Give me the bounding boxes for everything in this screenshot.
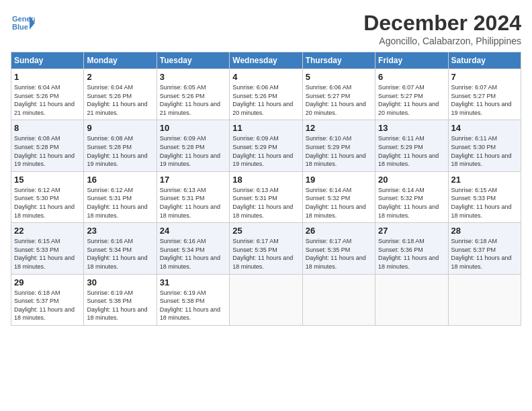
day-cell: 7 Sunrise: 6:07 AMSunset: 5:27 PMDayligh… — [448, 69, 521, 120]
day-number: 5 — [306, 72, 372, 82]
empty-cell — [448, 274, 521, 325]
calendar-row: 8 Sunrise: 6:08 AMSunset: 5:28 PMDayligh… — [11, 120, 521, 171]
day-cell: 1 Sunrise: 6:04 AMSunset: 5:26 PMDayligh… — [11, 69, 84, 120]
day-number: 11 — [232, 123, 299, 133]
calendar-row: 15 Sunrise: 6:12 AMSunset: 5:30 PMDaylig… — [11, 171, 521, 222]
day-info: Sunrise: 6:18 AMSunset: 5:37 PMDaylight:… — [451, 238, 512, 270]
day-number: 6 — [378, 72, 445, 82]
day-cell: 2 Sunrise: 6:04 AMSunset: 5:26 PMDayligh… — [84, 69, 157, 120]
day-cell: 15 Sunrise: 6:12 AMSunset: 5:30 PMDaylig… — [11, 171, 84, 222]
day-cell: 16 Sunrise: 6:12 AMSunset: 5:31 PMDaylig… — [84, 171, 157, 222]
empty-cell — [375, 274, 448, 325]
day-cell: 9 Sunrise: 6:08 AMSunset: 5:28 PMDayligh… — [84, 120, 157, 171]
day-number: 31 — [160, 277, 226, 287]
day-number: 19 — [306, 175, 372, 185]
day-number: 29 — [14, 277, 81, 287]
day-info: Sunrise: 6:15 AMSunset: 5:33 PMDaylight:… — [14, 238, 75, 270]
day-cell: 4 Sunrise: 6:06 AMSunset: 5:26 PMDayligh… — [230, 69, 302, 120]
logo: General Blue — [11, 11, 35, 35]
header-sunday: Sunday — [11, 52, 84, 69]
day-cell: 3 Sunrise: 6:05 AMSunset: 5:26 PMDayligh… — [157, 69, 229, 120]
day-info: Sunrise: 6:09 AMSunset: 5:28 PMDaylight:… — [160, 135, 220, 167]
day-number: 25 — [232, 226, 299, 236]
day-cell: 13 Sunrise: 6:11 AMSunset: 5:29 PMDaylig… — [375, 120, 448, 171]
day-cell: 22 Sunrise: 6:15 AMSunset: 5:33 PMDaylig… — [11, 223, 84, 274]
svg-text:Blue: Blue — [12, 23, 28, 31]
day-number: 13 — [378, 123, 445, 133]
day-cell: 20 Sunrise: 6:14 AMSunset: 5:32 PMDaylig… — [375, 171, 448, 222]
day-header-row: Sunday Monday Tuesday Wednesday Thursday… — [11, 52, 521, 69]
header-monday: Monday — [84, 52, 157, 69]
day-info: Sunrise: 6:04 AMSunset: 5:26 PMDaylight:… — [14, 84, 75, 116]
day-number: 20 — [378, 175, 445, 185]
day-number: 17 — [160, 175, 226, 185]
day-number: 28 — [451, 226, 518, 236]
day-info: Sunrise: 6:12 AMSunset: 5:30 PMDaylight:… — [14, 187, 75, 219]
day-info: Sunrise: 6:18 AMSunset: 5:36 PMDaylight:… — [378, 238, 439, 270]
day-info: Sunrise: 6:04 AMSunset: 5:26 PMDaylight:… — [87, 84, 147, 116]
empty-cell — [230, 274, 302, 325]
day-info: Sunrise: 6:13 AMSunset: 5:31 PMDaylight:… — [160, 187, 220, 219]
day-number: 30 — [87, 277, 153, 287]
month-title: December 2024 — [363, 11, 521, 36]
header-thursday: Thursday — [302, 52, 375, 69]
day-cell: 23 Sunrise: 6:16 AMSunset: 5:34 PMDaylig… — [84, 223, 157, 274]
day-number: 26 — [306, 226, 372, 236]
day-number: 21 — [451, 175, 518, 185]
day-info: Sunrise: 6:14 AMSunset: 5:32 PMDaylight:… — [378, 187, 439, 219]
day-info: Sunrise: 6:08 AMSunset: 5:28 PMDaylight:… — [87, 135, 147, 167]
day-cell: 12 Sunrise: 6:10 AMSunset: 5:29 PMDaylig… — [302, 120, 375, 171]
header-tuesday: Tuesday — [157, 52, 229, 69]
day-cell: 26 Sunrise: 6:17 AMSunset: 5:35 PMDaylig… — [302, 223, 375, 274]
day-number: 23 — [87, 226, 153, 236]
header-wednesday: Wednesday — [230, 52, 302, 69]
day-info: Sunrise: 6:16 AMSunset: 5:34 PMDaylight:… — [160, 238, 220, 270]
day-info: Sunrise: 6:13 AMSunset: 5:31 PMDaylight:… — [232, 187, 293, 219]
day-info: Sunrise: 6:05 AMSunset: 5:26 PMDaylight:… — [160, 84, 220, 116]
day-number: 2 — [87, 72, 153, 82]
day-number: 22 — [14, 226, 81, 236]
calendar-table: Sunday Monday Tuesday Wednesday Thursday… — [11, 52, 521, 326]
day-number: 9 — [87, 123, 153, 133]
day-cell: 24 Sunrise: 6:16 AMSunset: 5:34 PMDaylig… — [157, 223, 229, 274]
day-cell: 28 Sunrise: 6:18 AMSunset: 5:37 PMDaylig… — [448, 223, 521, 274]
day-cell: 29 Sunrise: 6:18 AMSunset: 5:37 PMDaylig… — [11, 274, 84, 325]
header: General Blue December 2024 Agoncillo, Ca… — [11, 11, 521, 46]
day-info: Sunrise: 6:12 AMSunset: 5:31 PMDaylight:… — [87, 187, 147, 219]
calendar-row: 22 Sunrise: 6:15 AMSunset: 5:33 PMDaylig… — [11, 223, 521, 274]
day-cell: 10 Sunrise: 6:09 AMSunset: 5:28 PMDaylig… — [157, 120, 229, 171]
day-cell: 17 Sunrise: 6:13 AMSunset: 5:31 PMDaylig… — [157, 171, 229, 222]
day-cell: 30 Sunrise: 6:19 AMSunset: 5:38 PMDaylig… — [84, 274, 157, 325]
day-info: Sunrise: 6:18 AMSunset: 5:37 PMDaylight:… — [14, 289, 75, 322]
logo-icon: General Blue — [11, 11, 35, 35]
day-info: Sunrise: 6:15 AMSunset: 5:33 PMDaylight:… — [451, 187, 512, 219]
day-info: Sunrise: 6:08 AMSunset: 5:28 PMDaylight:… — [14, 135, 75, 167]
day-cell: 14 Sunrise: 6:11 AMSunset: 5:30 PMDaylig… — [448, 120, 521, 171]
day-info: Sunrise: 6:11 AMSunset: 5:30 PMDaylight:… — [451, 135, 512, 167]
day-cell: 11 Sunrise: 6:09 AMSunset: 5:29 PMDaylig… — [230, 120, 302, 171]
day-number: 7 — [451, 72, 518, 82]
day-number: 8 — [14, 123, 81, 133]
calendar-row: 1 Sunrise: 6:04 AMSunset: 5:26 PMDayligh… — [11, 69, 521, 120]
header-saturday: Saturday — [448, 52, 521, 69]
day-cell: 25 Sunrise: 6:17 AMSunset: 5:35 PMDaylig… — [230, 223, 302, 274]
day-number: 16 — [87, 175, 153, 185]
day-info: Sunrise: 6:14 AMSunset: 5:32 PMDaylight:… — [306, 187, 366, 219]
day-cell: 5 Sunrise: 6:06 AMSunset: 5:27 PMDayligh… — [302, 69, 375, 120]
day-number: 15 — [14, 175, 81, 185]
header-friday: Friday — [375, 52, 448, 69]
day-info: Sunrise: 6:07 AMSunset: 5:27 PMDaylight:… — [451, 84, 512, 116]
day-number: 24 — [160, 226, 226, 236]
day-cell: 21 Sunrise: 6:15 AMSunset: 5:33 PMDaylig… — [448, 171, 521, 222]
day-info: Sunrise: 6:17 AMSunset: 5:35 PMDaylight:… — [306, 238, 366, 270]
empty-cell — [302, 274, 375, 325]
day-number: 27 — [378, 226, 445, 236]
day-info: Sunrise: 6:06 AMSunset: 5:27 PMDaylight:… — [306, 84, 366, 116]
day-number: 12 — [306, 123, 372, 133]
day-number: 3 — [160, 72, 226, 82]
day-cell: 27 Sunrise: 6:18 AMSunset: 5:36 PMDaylig… — [375, 223, 448, 274]
day-info: Sunrise: 6:09 AMSunset: 5:29 PMDaylight:… — [232, 135, 293, 167]
day-info: Sunrise: 6:06 AMSunset: 5:26 PMDaylight:… — [232, 84, 293, 116]
day-cell: 18 Sunrise: 6:13 AMSunset: 5:31 PMDaylig… — [230, 171, 302, 222]
day-info: Sunrise: 6:17 AMSunset: 5:35 PMDaylight:… — [232, 238, 293, 270]
